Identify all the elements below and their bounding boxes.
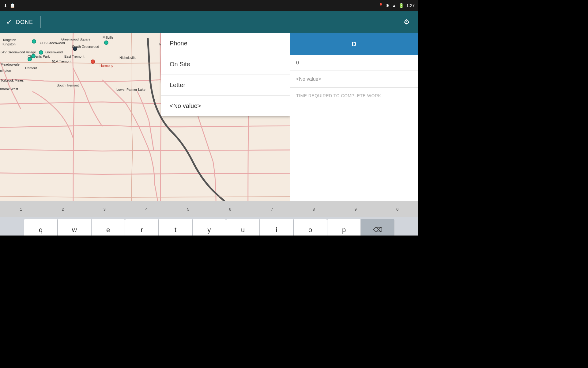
gear-button[interactable]: ⚙ [401,16,412,29]
map-label-rbrook: rbrook West [0,87,18,91]
key-backspace[interactable]: ⌫ [361,219,394,236]
num-key-8[interactable]: 8 [293,201,335,217]
map-pin-4 [31,54,36,58]
download-icon: ⬇ [4,3,7,8]
dropdown-novalue[interactable]: <No value> [161,96,290,116]
map-pin-2 [39,50,43,55]
panel-field-0: 0 [290,55,418,71]
status-bar: ⬇ 📋 📍 ✱ ▲ 🔋 1:27 [0,0,418,11]
divider [40,16,41,28]
key-p[interactable]: p [327,219,360,236]
panel-header: D [290,33,418,55]
dropdown-onsite[interactable]: On Site [161,54,290,75]
map-label-greenwood: Greenwood [45,50,63,54]
panel-hint: TIME REQUIRED TO COMPLETE WORK [290,88,418,104]
map-label-nington: nington [0,69,11,72]
map-area[interactable]: Kingston Kingston Greenwood Square CFB G… [0,33,290,201]
map-pin-black [73,47,77,51]
map-label-kingston1: Kingston [3,38,16,42]
key-w[interactable]: w [58,219,91,236]
dropdown-letter[interactable]: Letter [161,75,290,96]
location-icon: 📍 [378,3,383,8]
map-label-tremont: Tremont [24,66,37,70]
num-key-2[interactable]: 2 [42,201,84,217]
map-label-millville: Millville [103,36,113,39]
kb-row-1: q w e r t y u i o p ⌫ [0,218,418,236]
dropdown-phone[interactable]: Phone [161,33,290,54]
map-pin-5 [104,40,108,45]
key-e[interactable]: e [92,219,125,236]
num-key-3[interactable]: 3 [84,201,126,217]
dropdown-menu: Phone On Site Letter <No value> [161,33,290,116]
key-i[interactable]: i [260,219,293,236]
done-label: DONE [16,19,33,25]
map-label-south-tremont: South Tremont [57,83,79,87]
key-r[interactable]: r [125,219,158,236]
num-key-0[interactable]: 0 [376,201,418,217]
status-right: 📍 ✱ ▲ 🔋 1:27 [378,3,415,8]
map-label-cfb: CFB Greenwood [40,41,65,45]
map-pin-red [91,59,95,64]
map-label-51v: 51V Tremont [52,59,71,63]
wifi-icon: ▲ [392,3,396,8]
num-key-1[interactable]: 1 [0,201,42,217]
check-icon: ✓ [6,18,12,26]
map-label-meadowvale: Meadowvale [1,63,20,66]
num-key-9[interactable]: 9 [335,201,377,217]
num-key-5[interactable]: 5 [167,201,209,217]
right-panel: D 0 <No value> TIME REQUIRED TO COMPLETE… [290,33,418,201]
map-pin-3 [28,57,32,61]
map-pin-1 [32,39,36,44]
status-left: ⬇ 📋 [4,3,15,8]
num-key-6[interactable]: 6 [209,201,251,217]
panel-value-novalue[interactable]: <No value> [290,71,418,88]
key-q[interactable]: q [24,219,57,236]
keyboard: q w e r t y u i o p ⌫ a s d f g h j k l … [0,217,418,236]
done-button[interactable]: ✓ DONE [6,18,33,26]
key-o[interactable]: o [294,219,327,236]
action-bar: ✓ DONE ⚙ [0,11,418,33]
num-key-4[interactable]: 4 [126,201,168,217]
key-t[interactable]: t [159,219,192,236]
map-label-64v: 64V Greenwood Village [1,50,36,54]
map-label-kingston2: Kingston [2,42,16,46]
map-label-lower-palmer: Lower Palmer Lake [116,88,145,91]
clipboard-icon: 📋 [10,3,15,8]
key-u[interactable]: u [226,219,259,236]
main-content: Kingston Kingston Greenwood Square CFB G… [0,33,418,201]
num-key-7[interactable]: 7 [251,201,293,217]
key-y[interactable]: y [193,219,226,236]
clock: 1:27 [406,3,415,8]
map-label-east-tremont: East Tremont [64,55,84,58]
map-label-nicholsville: Nicholsville [119,56,136,59]
bluetooth-icon: ✱ [386,3,390,8]
map-label-torbrook: Torbrook Mines [1,79,24,82]
battery-icon: 🔋 [399,3,404,8]
panel-d-button[interactable]: D [342,33,366,55]
map-label-harmony: Harmony [100,64,113,67]
number-row: 1 2 3 4 5 6 7 8 9 0 [0,201,418,217]
map-label-greenwood-sq: Greenwood Square [61,37,90,41]
